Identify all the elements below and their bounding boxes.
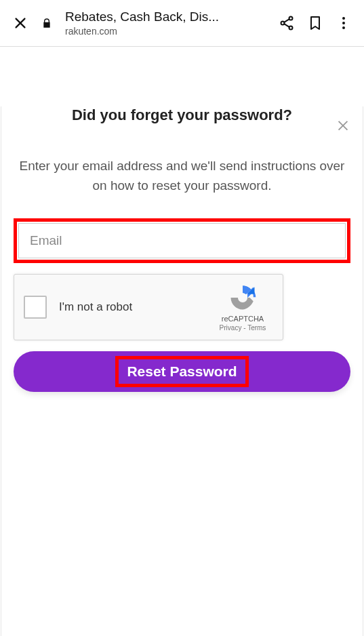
close-tab-icon[interactable] (12, 15, 28, 31)
email-field[interactable] (18, 223, 346, 258)
recaptcha-terms-link[interactable]: Terms (247, 324, 266, 332)
recaptcha-branding: reCAPTCHA Privacy - Terms (212, 283, 273, 332)
bookmark-icon[interactable] (307, 15, 323, 31)
reset-password-button[interactable]: Reset Password (14, 351, 350, 392)
recaptcha-widget: I'm not a robot reCAPTCHA Privacy - Term… (14, 274, 283, 340)
reset-label-highlight: Reset Password (115, 356, 248, 387)
recaptcha-label: I'm not a robot (59, 300, 212, 314)
svg-line-5 (284, 19, 289, 22)
reset-password-label: Reset Password (127, 363, 237, 379)
recaptcha-separator: - (243, 324, 245, 332)
modal-heading: Did you forget your password? (1, 106, 363, 124)
svg-line-6 (284, 24, 289, 27)
url-block[interactable]: Rebates, Cash Back, Dis... rakuten.com (65, 9, 266, 37)
domain-text: rakuten.com (65, 26, 266, 37)
browser-bar: Rebates, Cash Back, Dis... rakuten.com (0, 0, 364, 46)
lock-icon (41, 17, 53, 29)
share-icon[interactable] (279, 15, 295, 31)
svg-point-7 (342, 17, 345, 20)
email-input-highlight (14, 218, 350, 263)
recaptcha-brand-text: reCAPTCHA (212, 315, 273, 323)
more-menu-icon[interactable] (336, 15, 352, 31)
recaptcha-logo-icon (228, 283, 257, 312)
recaptcha-privacy-link[interactable]: Privacy (220, 324, 242, 332)
modal-close-icon[interactable] (336, 117, 352, 134)
svg-point-8 (342, 22, 345, 24)
page-title: Rebates, Cash Back, Dis... (65, 9, 266, 24)
recaptcha-links: Privacy - Terms (212, 324, 273, 332)
page-content: Did you forget your password? Enter your… (0, 46, 364, 636)
recaptcha-checkbox[interactable] (24, 296, 47, 319)
svg-point-9 (342, 26, 345, 29)
modal-subtext: Enter your email address and we'll send … (1, 157, 363, 195)
